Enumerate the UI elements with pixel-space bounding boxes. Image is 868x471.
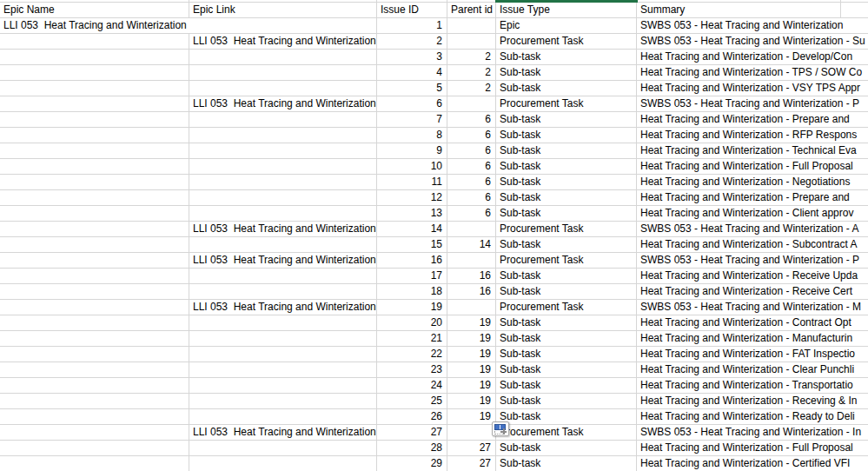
cell-summary[interactable]: Heat Tracing and Winterization - RFP Res… — [637, 128, 841, 143]
header-summary[interactable]: Summary — [637, 3, 841, 17]
cell-empty[interactable] — [841, 315, 868, 330]
cell-issue-type[interactable]: Procurement Task — [496, 96, 637, 111]
cell-issue-id[interactable]: 7 — [377, 112, 447, 127]
cell-empty[interactable] — [841, 50, 868, 64]
cell-epic-name[interactable] — [0, 284, 189, 299]
cell-epic-link[interactable] — [189, 409, 377, 424]
cell-issue-type[interactable]: Sub-task — [496, 362, 637, 377]
cell-issue-type[interactable]: Sub-task — [496, 394, 637, 408]
cell-summary[interactable]: Heat Tracing and Winterization - Client … — [637, 206, 841, 221]
cell-issue-type[interactable]: Sub-task — [496, 284, 637, 299]
header-parent-id[interactable]: Parent id — [447, 3, 496, 17]
cell-issue-type[interactable]: Sub-task — [496, 378, 637, 393]
cell-parent-id[interactable] — [447, 222, 496, 236]
cell-issue-id[interactable]: 4 — [377, 65, 447, 80]
cell-empty[interactable] — [841, 284, 868, 299]
cell-epic-name[interactable] — [0, 409, 189, 424]
cell-issue-id[interactable]: 12 — [377, 190, 447, 205]
cell-empty[interactable] — [841, 425, 868, 440]
cell-summary[interactable]: Heat Tracing and Winterization - Transpo… — [637, 378, 841, 393]
cell-empty[interactable] — [841, 96, 868, 111]
cell-issue-id[interactable]: 18 — [377, 284, 447, 299]
cell-parent-id[interactable] — [447, 253, 496, 268]
cell-issue-id[interactable]: 1 — [377, 18, 447, 33]
cell-parent-id[interactable]: 19 — [447, 347, 496, 362]
cell-issue-type[interactable]: Sub-task — [496, 237, 637, 252]
cell-parent-id[interactable]: 19 — [447, 331, 496, 346]
cell-empty[interactable] — [841, 378, 868, 393]
cell-epic-link[interactable] — [189, 81, 377, 96]
cell-empty[interactable] — [841, 347, 868, 362]
cell-parent-id[interactable] — [447, 34, 496, 49]
cell-parent-id[interactable]: 19 — [447, 409, 496, 424]
cell-epic-name[interactable] — [0, 128, 189, 143]
cell-parent-id[interactable]: 14 — [447, 237, 496, 252]
cell-epic-name[interactable] — [0, 143, 189, 158]
cell-summary[interactable]: Heat Tracing and Winterization - Develop… — [637, 50, 841, 64]
cell-parent-id[interactable]: 19 — [447, 378, 496, 393]
cell-issue-id[interactable]: 23 — [377, 362, 447, 377]
cell-epic-link[interactable] — [189, 394, 377, 408]
cell-parent-id[interactable]: 6 — [447, 175, 496, 189]
cell-issue-type[interactable]: Sub-task — [496, 315, 637, 330]
cell-epic-name[interactable] — [0, 441, 189, 455]
cell-issue-id[interactable]: 16 — [377, 253, 447, 268]
cell-issue-id[interactable]: 9 — [377, 143, 447, 158]
cell-summary[interactable]: SWBS 053 - Heat Tracing and Winterizatio… — [637, 18, 841, 33]
header-empty[interactable] — [841, 3, 868, 17]
cell-summary[interactable]: Heat Tracing and Winterization - VSY TPS… — [637, 81, 841, 96]
cell-parent-id[interactable]: 6 — [447, 128, 496, 143]
cell-epic-name[interactable] — [0, 425, 189, 440]
cell-epic-name[interactable] — [0, 253, 189, 268]
cell-summary[interactable]: SWBS 053 - Heat Tracing and Winterizatio… — [637, 222, 841, 236]
cell-issue-type[interactable]: Procurement Task — [496, 425, 637, 440]
cell-issue-id[interactable]: 24 — [377, 378, 447, 393]
cell-summary[interactable]: Heat Tracing and Winterization - FAT Ins… — [637, 347, 841, 362]
cell-epic-name[interactable] — [0, 112, 189, 127]
cell-summary[interactable]: SWBS 053 - Heat Tracing and Winterizatio… — [637, 253, 841, 268]
cell-summary[interactable]: SWBS 053 - Heat Tracing and Winterizatio… — [637, 34, 841, 49]
cell-parent-id[interactable]: 16 — [447, 284, 496, 299]
cell-epic-name[interactable] — [0, 456, 189, 471]
cell-epic-name[interactable] — [0, 190, 189, 205]
cell-issue-id[interactable]: 20 — [377, 315, 447, 330]
cell-issue-type[interactable]: Sub-task — [496, 143, 637, 158]
cell-issue-type[interactable]: Sub-task — [496, 175, 637, 189]
cell-parent-id[interactable]: 2 — [447, 81, 496, 96]
cell-summary[interactable]: Heat Tracing and Winterization - Ready t… — [637, 409, 841, 424]
cell-epic-name[interactable] — [0, 96, 189, 111]
cell-epic-link[interactable] — [189, 175, 377, 189]
cell-parent-id[interactable]: 6 — [447, 112, 496, 127]
cell-epic-link[interactable]: LLI 053 Heat Tracing and Winterization — [189, 425, 377, 440]
cell-empty[interactable] — [841, 222, 868, 236]
cell-empty[interactable] — [841, 18, 868, 33]
header-epic-link[interactable]: Epic Link — [189, 3, 377, 17]
cell-parent-id[interactable] — [447, 96, 496, 111]
cell-parent-id[interactable]: 2 — [447, 65, 496, 80]
cell-epic-link[interactable] — [189, 159, 377, 174]
cell-epic-name[interactable] — [0, 50, 189, 64]
cell-issue-id[interactable]: 29 — [377, 456, 447, 471]
cell-epic-name[interactable] — [0, 269, 189, 283]
cell-issue-id[interactable]: 6 — [377, 96, 447, 111]
cell-empty[interactable] — [841, 65, 868, 80]
cell-issue-id[interactable]: 22 — [377, 347, 447, 362]
cell-epic-name[interactable] — [0, 347, 189, 362]
cell-issue-type[interactable]: Procurement Task — [496, 34, 637, 49]
cell-epic-link[interactable] — [189, 190, 377, 205]
cell-epic-name[interactable] — [0, 315, 189, 330]
cell-epic-link[interactable] — [189, 206, 377, 221]
cell-issue-type[interactable]: Sub-task — [496, 128, 637, 143]
cell-parent-id[interactable] — [447, 425, 496, 440]
cell-epic-name[interactable] — [0, 206, 189, 221]
cell-issue-id[interactable]: 17 — [377, 269, 447, 283]
cell-empty[interactable] — [841, 175, 868, 189]
cell-epic-link[interactable] — [189, 112, 377, 127]
cell-issue-type[interactable]: Sub-task — [496, 269, 637, 283]
cell-issue-id[interactable]: 21 — [377, 331, 447, 346]
cell-parent-id[interactable]: 19 — [447, 362, 496, 377]
cell-empty[interactable] — [841, 159, 868, 174]
cell-summary[interactable]: Heat Tracing and Winterization - Technic… — [637, 143, 841, 158]
cell-epic-name[interactable] — [0, 222, 189, 236]
cell-empty[interactable] — [841, 34, 868, 49]
